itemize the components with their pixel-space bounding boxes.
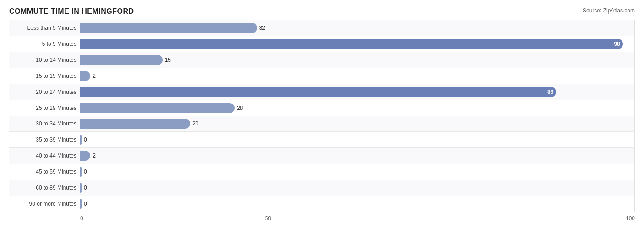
x-axis-tick: 50	[265, 214, 450, 222]
bar-label: Less than 5 Minutes	[9, 23, 80, 33]
bar-row: 20 to 24 Minutes86	[9, 84, 635, 100]
bar-fill	[80, 119, 190, 129]
bar-value: 2	[93, 73, 96, 79]
bar-fill	[80, 23, 257, 33]
bar-value: 98	[614, 41, 620, 47]
bar-track: 98	[80, 36, 635, 52]
bar-value: 20	[192, 120, 198, 127]
bar-value: 0	[84, 169, 87, 175]
bar-track: 86	[80, 84, 635, 100]
bar-fill	[80, 71, 90, 81]
bar-label: 90 or more Minutes	[9, 199, 80, 208]
bar-fill	[80, 55, 163, 65]
bar-track: 0	[80, 180, 635, 196]
bar-row: 30 to 34 Minutes20	[9, 116, 635, 132]
bar-value: 2	[93, 153, 96, 159]
bar-fill	[80, 199, 82, 209]
bar-value: 86	[547, 89, 553, 95]
bar-row: 5 to 9 Minutes98	[9, 36, 635, 52]
bar-row: 40 to 44 Minutes2	[9, 148, 635, 164]
bar-row: 10 to 14 Minutes15	[9, 52, 635, 68]
bar-row: 90 or more Minutes0	[9, 196, 635, 212]
bar-fill: 86	[80, 87, 556, 97]
bar-label: 10 to 14 Minutes	[9, 55, 80, 65]
bar-fill	[80, 183, 82, 193]
bar-fill	[80, 151, 90, 161]
bar-row: 60 to 89 Minutes0	[9, 180, 635, 196]
bar-label: 30 to 34 Minutes	[9, 119, 80, 128]
bar-value: 32	[259, 25, 265, 31]
bar-value: 15	[165, 57, 171, 63]
chart-header: COMMUTE TIME IN HEMINGFORD Source: ZipAt…	[9, 7, 635, 16]
bar-track: 2	[80, 68, 635, 84]
bar-fill: 98	[80, 39, 623, 49]
bar-label: 45 to 59 Minutes	[9, 167, 80, 176]
bar-track: 0	[80, 164, 635, 180]
bar-track: 20	[80, 116, 635, 132]
chart-body: Less than 5 Minutes325 to 9 Minutes9810 …	[9, 20, 635, 222]
bar-row: 35 to 39 Minutes0	[9, 132, 635, 148]
bar-track: 28	[80, 100, 635, 116]
x-axis-tick: 100	[450, 214, 635, 222]
bar-label: 20 to 24 Minutes	[9, 87, 80, 97]
bar-track: 0	[80, 132, 635, 147]
bar-track: 2	[80, 148, 635, 164]
bar-label: 40 to 44 Minutes	[9, 151, 80, 160]
bar-row: 25 to 29 Minutes28	[9, 100, 635, 116]
bar-value: 0	[84, 185, 87, 191]
x-axis: 050100	[80, 214, 635, 222]
bar-label: 35 to 39 Minutes	[9, 135, 80, 144]
bar-value: 28	[237, 105, 243, 111]
bar-label: 5 to 9 Minutes	[9, 39, 80, 49]
bar-row: Less than 5 Minutes32	[9, 20, 635, 36]
bars-area: Less than 5 Minutes325 to 9 Minutes9810 …	[9, 20, 635, 212]
bar-label: 15 to 19 Minutes	[9, 71, 80, 81]
bar-fill	[80, 103, 235, 113]
chart-title: COMMUTE TIME IN HEMINGFORD	[9, 7, 134, 16]
chart-container: COMMUTE TIME IN HEMINGFORD Source: ZipAt…	[0, 0, 644, 240]
bar-track: 0	[80, 196, 635, 212]
bar-fill	[80, 135, 82, 145]
x-axis-tick: 0	[80, 214, 265, 222]
bar-label: 25 to 29 Minutes	[9, 104, 80, 113]
bar-value: 0	[84, 201, 87, 207]
chart-source: Source: ZipAtlas.com	[583, 7, 635, 14]
bar-value: 0	[84, 136, 87, 143]
bar-label: 60 to 89 Minutes	[9, 183, 80, 192]
bar-row: 45 to 59 Minutes0	[9, 164, 635, 180]
bar-track: 15	[80, 52, 635, 68]
bar-track: 32	[80, 20, 635, 36]
bar-fill	[80, 167, 82, 177]
bar-row: 15 to 19 Minutes2	[9, 68, 635, 84]
